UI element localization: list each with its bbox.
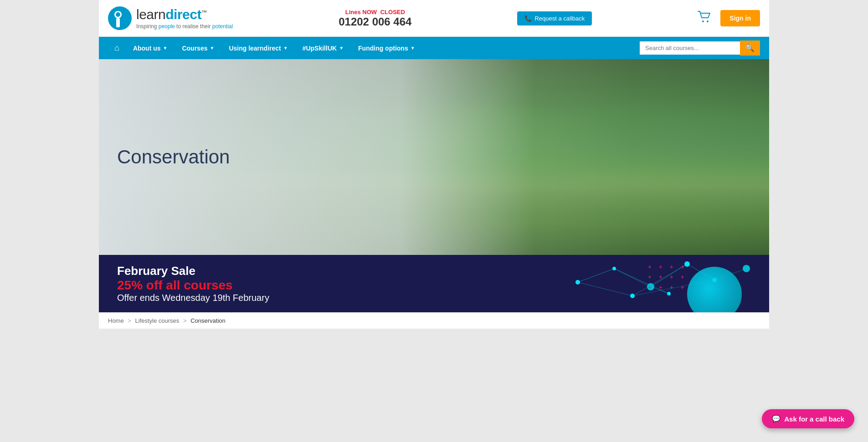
nav-chevron-courses: ▼ xyxy=(210,46,214,51)
sale-title: February Sale xyxy=(117,264,269,278)
sale-discount: 25% off all courses xyxy=(117,278,269,293)
top-bar: learndirect™ Inspiring people to realise… xyxy=(99,0,769,37)
nav-item-using[interactable]: Using learndirect ▼ xyxy=(221,38,295,58)
nav-home[interactable]: ⌂ xyxy=(108,37,126,59)
svg-point-0 xyxy=(108,6,132,30)
breadcrumb: Home > Lifestyle courses > Conservation xyxy=(99,312,769,329)
nav-label-upskill: #UpSkillUK xyxy=(303,45,337,52)
plus-grid: + + + ++ + + ++ + + + xyxy=(648,262,687,292)
sale-text: February Sale 25% off all courses Offer … xyxy=(117,264,269,303)
logo-tm: ™ xyxy=(201,9,207,15)
phone-label: Lines NOW xyxy=(345,9,377,15)
svg-point-22 xyxy=(630,294,635,298)
phone-status-line: Lines NOW CLOSED xyxy=(339,9,411,15)
svg-point-16 xyxy=(575,280,580,285)
breadcrumb-sep-2: > xyxy=(183,317,187,324)
sale-decoration: + + + ++ + + ++ + + + xyxy=(541,255,769,312)
logo-icon xyxy=(108,6,132,30)
nav-chevron-upskill: ▼ xyxy=(339,46,344,51)
nav-item-courses[interactable]: Courses ▼ xyxy=(175,38,221,58)
logo-name: learndirect™ xyxy=(136,7,233,22)
callback-btn-label: Request a callback xyxy=(534,15,585,22)
cart-icon[interactable] xyxy=(698,11,711,25)
search-icon: 🔍 xyxy=(745,44,755,52)
phone-area: Lines NOW CLOSED 01202 006 464 xyxy=(339,9,411,28)
nav-chevron-funding: ▼ xyxy=(411,46,415,51)
nav-item-funding[interactable]: Funding options ▼ xyxy=(351,38,422,58)
sign-in-button[interactable]: Sign in xyxy=(720,10,760,26)
nav-label-using: Using learndirect xyxy=(229,45,281,52)
right-actions: Sign in xyxy=(698,10,760,26)
sale-ends: Offer ends Wednesday 19th February xyxy=(117,293,269,303)
hero-section: Conservation xyxy=(99,59,769,255)
svg-line-11 xyxy=(578,282,632,296)
nav-label-courses: Courses xyxy=(182,45,207,52)
phone-number: 01202 006 464 xyxy=(339,15,411,28)
nav-label-about: About us xyxy=(133,45,161,52)
svg-point-3 xyxy=(116,12,120,17)
logo-tagline: Inspiring people to realise their potent… xyxy=(136,23,233,30)
nav-chevron-about: ▼ xyxy=(163,46,168,51)
svg-point-23 xyxy=(743,265,750,272)
logo-prefix: learn xyxy=(136,7,165,22)
svg-point-4 xyxy=(702,20,704,22)
logo-area: learndirect™ Inspiring people to realise… xyxy=(108,6,233,30)
nav-item-about[interactable]: About us ▼ xyxy=(126,38,175,58)
search-button[interactable]: 🔍 xyxy=(740,41,760,56)
nav-item-upskill[interactable]: #UpSkillUK ▼ xyxy=(295,38,351,58)
nav-label-funding: Funding options xyxy=(358,45,408,52)
phone-icon: 📞 xyxy=(524,15,532,22)
sale-banner: February Sale 25% off all courses Offer … xyxy=(99,255,769,312)
logo-text-area: learndirect™ Inspiring people to realise… xyxy=(136,7,233,30)
search-input[interactable] xyxy=(640,41,740,55)
breadcrumb-sep-1: > xyxy=(128,317,131,324)
logo-suffix: direct xyxy=(165,7,201,22)
nav-bar: ⌂ About us ▼ Courses ▼ Using learndirect… xyxy=(99,37,769,59)
svg-point-17 xyxy=(612,267,616,270)
breadcrumb-current: Conservation xyxy=(190,317,226,324)
phone-status: CLOSED xyxy=(380,9,405,15)
svg-line-6 xyxy=(578,269,614,282)
hero-title: Conservation xyxy=(117,146,230,168)
callback-button[interactable]: 📞 Request a callback xyxy=(517,11,592,25)
search-area: 🔍 xyxy=(640,41,760,56)
svg-rect-2 xyxy=(116,18,120,27)
breadcrumb-home[interactable]: Home xyxy=(108,317,124,324)
nav-chevron-using: ▼ xyxy=(283,46,288,51)
svg-point-5 xyxy=(707,20,709,22)
svg-point-21 xyxy=(667,292,671,295)
breadcrumb-parent[interactable]: Lifestyle courses xyxy=(135,317,180,324)
